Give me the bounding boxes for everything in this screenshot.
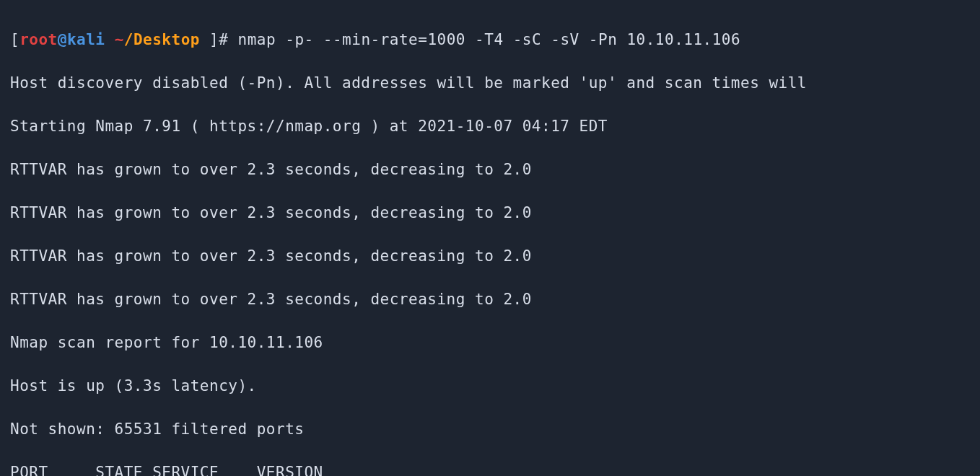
output-line: Not shown: 65531 filtered ports [10,418,970,440]
output-line: PORT STATE SERVICE VERSION [10,462,970,476]
prompt-space [105,31,114,48]
prompt-tilde: ~ [115,31,124,48]
output-line: Nmap scan report for 10.10.11.106 [10,332,970,353]
command-text[interactable]: nmap -p- --min-rate=1000 -T4 -sC -sV -Pn… [238,31,741,48]
terminal-window[interactable]: [root@kali ~/Desktop ]# nmap -p- --min-r… [0,0,980,476]
prompt-user: root [19,31,58,48]
prompt-at: @ [58,31,67,48]
output-line: Host discovery disabled (-Pn). All addre… [10,72,970,94]
prompt-path: /Desktop [124,31,200,48]
output-line: Starting Nmap 7.91 ( https://nmap.org ) … [10,115,970,137]
output-line: RTTVAR has grown to over 2.3 seconds, de… [10,288,970,310]
prompt-space2 [200,31,209,48]
prompt-host: kali [67,31,105,48]
prompt-close: ]# [209,31,228,48]
output-line: RTTVAR has grown to over 2.3 seconds, de… [10,245,970,267]
output-line: RTTVAR has grown to over 2.3 seconds, de… [10,159,970,180]
prompt-open: [ [10,31,19,48]
prompt-line[interactable]: [root@kali ~/Desktop ]# nmap -p- --min-r… [10,29,970,50]
output-line: RTTVAR has grown to over 2.3 seconds, de… [10,202,970,224]
prompt-gap [228,31,237,48]
output-line: Host is up (3.3s latency). [10,375,970,397]
